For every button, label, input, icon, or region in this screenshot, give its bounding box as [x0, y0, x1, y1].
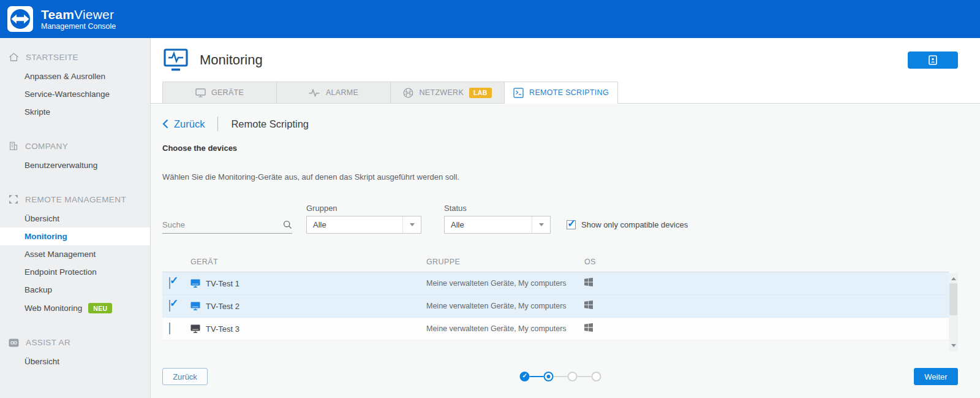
column-header-os: OS	[584, 258, 949, 266]
row-checkbox[interactable]	[169, 323, 170, 334]
smart-glasses-icon	[9, 339, 19, 347]
neu-badge: NEU	[88, 303, 112, 313]
sidebar-item-monitoring[interactable]: Monitoring	[0, 228, 150, 245]
column-header-device: GERÄT	[190, 258, 426, 266]
brand-subtitle: Management Console	[41, 22, 116, 31]
groups-filter: Gruppen Alle	[306, 204, 421, 234]
breadcrumb: Zurück Remote Scripting	[162, 117, 958, 131]
pulse-icon	[309, 89, 320, 97]
sidebar-item-uebersicht-ar[interactable]: Übersicht	[0, 353, 150, 370]
table-row[interactable]: TV-Test 1 Meine verwalteten Geräte, My c…	[162, 272, 949, 295]
device-monitor-icon	[190, 324, 200, 333]
groups-select[interactable]: Alle	[306, 216, 421, 234]
device-report-button[interactable]	[908, 52, 958, 69]
sidebar-section-title: ASSIST AR	[0, 338, 150, 347]
tab-geraete[interactable]: GERÄTE	[162, 82, 276, 104]
sidebar-item-asset-management[interactable]: Asset Management	[0, 245, 150, 263]
lab-badge: LAB	[469, 88, 491, 98]
wizard-footer: Zurück Weiter	[162, 368, 958, 385]
sidebar-section-assist-ar: ASSIST AR Übersicht	[0, 338, 150, 370]
step-indicator	[567, 372, 577, 381]
table-row[interactable]: TV-Test 3 Meine verwalteten Geräte, My c…	[162, 318, 949, 340]
home-icon	[9, 52, 19, 62]
monitor-icon	[195, 88, 206, 98]
device-group: Meine verwalteten Geräte, My computers	[426, 324, 584, 333]
sidebar-item-benutzerverwaltung[interactable]: Benutzerverwaltung	[0, 156, 150, 174]
brand-name: TeamViewer	[41, 7, 116, 22]
terminal-icon	[513, 88, 524, 98]
step-heading: Choose the devices	[162, 144, 958, 153]
device-name: TV-Test 2	[206, 302, 239, 311]
windows-os-icon	[584, 323, 593, 332]
teamviewer-logo-icon	[7, 6, 34, 33]
sidebar-section-title: STARTSEITE	[0, 52, 150, 62]
device-table: GERÄT GRUPPE OS TV-Test 1 Meine ver	[162, 258, 958, 340]
sidebar-item-web-monitoring[interactable]: Web Monitoring NEU	[0, 299, 150, 318]
status-label: Status	[444, 204, 551, 213]
windows-os-icon	[584, 278, 593, 286]
breadcrumb-separator	[217, 117, 218, 131]
device-monitor-icon	[190, 302, 200, 310]
sidebar-item-skripte[interactable]: Skripte	[0, 103, 150, 121]
sidebar-section-company: COMPANY Benutzerverwaltung	[0, 141, 150, 174]
status-selected-value: Alle	[445, 220, 464, 229]
sidebar-item-uebersicht-rm[interactable]: Übersicht	[0, 210, 150, 228]
page-header: Monitoring	[151, 38, 980, 82]
search-field	[162, 220, 292, 234]
device-name: TV-Test 1	[206, 279, 239, 288]
chevron-left-icon	[162, 119, 168, 129]
dropdown-arrow-icon[interactable]	[532, 216, 550, 233]
tab-netzwerk[interactable]: NETZWERK LAB	[390, 82, 504, 104]
search-icon[interactable]	[283, 220, 292, 229]
compatible-devices-filter[interactable]: Show only compatible devices	[567, 220, 688, 234]
sidebar-item-anpassen-ausrollen[interactable]: Anpassen & Ausrollen	[0, 67, 150, 85]
groups-selected-value: Alle	[307, 220, 326, 229]
row-checkbox[interactable]	[169, 277, 170, 289]
breadcrumb-current: Remote Scripting	[231, 118, 309, 130]
device-group: Meine verwalteten Geräte, My computers	[426, 279, 584, 288]
table-scrollbar[interactable]	[949, 273, 958, 351]
scroll-down-button[interactable]	[949, 341, 958, 350]
search-input[interactable]	[162, 220, 283, 229]
sidebar-section-remote-management: REMOTE MANAGEMENT Übersicht Monitoring A…	[0, 194, 150, 318]
groups-label: Gruppen	[306, 204, 421, 213]
step-indicator	[591, 372, 601, 381]
globe-icon	[403, 88, 413, 98]
back-button[interactable]: Zurück	[162, 368, 208, 385]
main-panel: Monitoring GERÄTE	[151, 38, 980, 398]
table-header-row: GERÄT GRUPPE OS	[162, 258, 949, 272]
building-icon	[9, 141, 18, 151]
tab-bar: GERÄTE ALARME NETZWERK LAB	[151, 82, 980, 104]
scrollbar-thumb[interactable]	[949, 283, 957, 315]
sidebar-section-title: COMPANY	[0, 141, 150, 151]
scroll-up-button[interactable]	[949, 274, 958, 283]
expand-arrows-icon	[9, 194, 18, 204]
sidebar-section-title: REMOTE MANAGEMENT	[0, 194, 150, 204]
dropdown-arrow-icon[interactable]	[402, 216, 421, 233]
status-select[interactable]: Alle	[444, 216, 551, 234]
row-checkbox[interactable]	[169, 300, 170, 312]
page-title: Monitoring	[200, 52, 263, 68]
table-row[interactable]: TV-Test 2 Meine verwalteten Geräte, My c…	[162, 295, 949, 318]
step-indicator	[543, 372, 553, 381]
wizard-stepper	[519, 372, 601, 381]
sidebar-item-backup[interactable]: Backup	[0, 281, 150, 299]
sidebar-item-endpoint-protection[interactable]: Endpoint Protection	[0, 263, 150, 281]
status-filter: Status Alle	[444, 204, 551, 234]
top-bar: TeamViewer Management Console	[0, 0, 980, 38]
monitoring-page-icon	[164, 48, 188, 72]
compatible-devices-checkbox[interactable]	[567, 220, 576, 229]
sidebar-item-service-warteschlange[interactable]: Service-Warteschlange	[0, 85, 150, 103]
sidebar-section-startseite: STARTSEITE Anpassen & Ausrollen Service-…	[0, 52, 150, 121]
next-button[interactable]: Weiter	[914, 368, 958, 385]
device-monitor-icon	[190, 279, 200, 288]
step-description: Wählen Sie die Monitoring-Geräte aus, au…	[162, 172, 958, 182]
filter-row: Gruppen Alle Status Alle Show only co	[162, 204, 958, 234]
tab-alarme[interactable]: ALARME	[276, 82, 390, 104]
sidebar: STARTSEITE Anpassen & Ausrollen Service-…	[0, 38, 151, 398]
back-link[interactable]: Zurück	[162, 118, 205, 130]
column-header-group: GRUPPE	[426, 258, 584, 266]
windows-os-icon	[584, 300, 593, 309]
compatible-devices-label: Show only compatible devices	[581, 220, 688, 229]
tab-remote-scripting[interactable]: REMOTE SCRIPTING	[504, 82, 618, 104]
